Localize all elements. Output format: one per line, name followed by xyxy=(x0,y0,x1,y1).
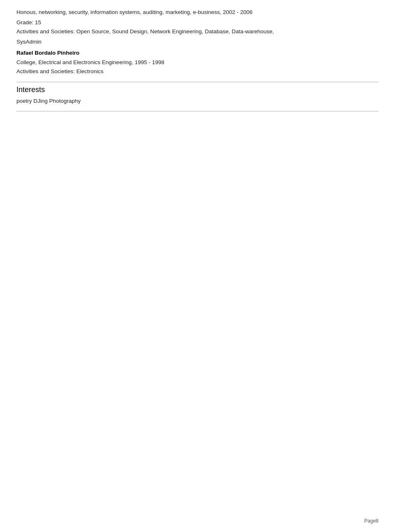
section-divider-top xyxy=(16,82,379,82)
activities-line-1: Activities and Societies: Open Source, S… xyxy=(16,27,379,36)
intro-line1: Honous, networking, security, informatio… xyxy=(16,8,379,16)
grade-line: Grade: 15 xyxy=(16,18,379,27)
activities-line-1b: SysAdmin xyxy=(16,37,379,46)
page-content: Honous, networking, security, informatio… xyxy=(0,0,395,128)
activities-line-2: Activities and Societies: Electronics xyxy=(16,67,379,76)
section-divider-bottom xyxy=(16,111,379,111)
page-number: Page8 xyxy=(364,518,379,524)
interests-tags: poetry DJing Photography xyxy=(16,97,379,106)
college-line: College, Electrical and Electronics Engi… xyxy=(16,58,379,67)
person-name: Rafael Bordalo Pinheiro xyxy=(16,48,379,58)
interests-heading: Interests xyxy=(16,86,379,94)
